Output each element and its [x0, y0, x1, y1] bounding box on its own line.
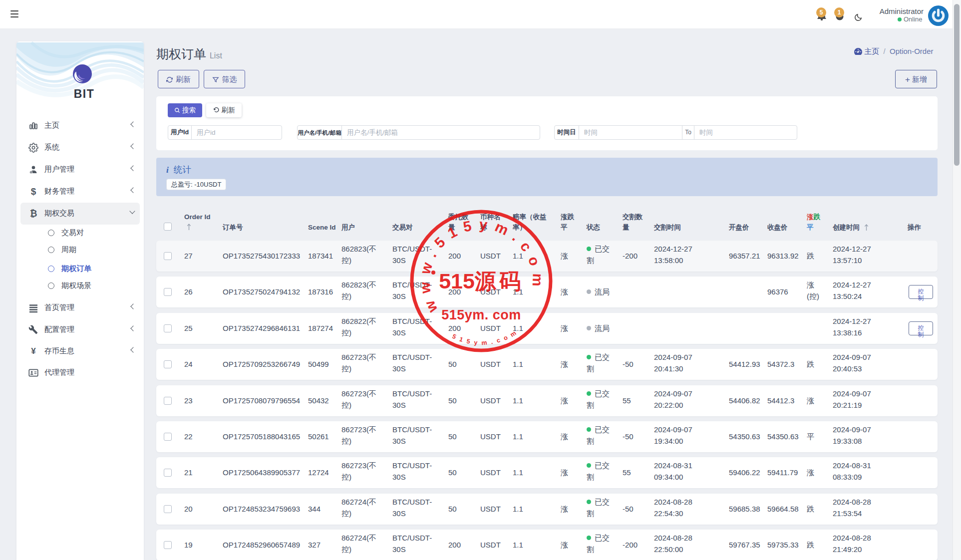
svg-text:515源码: 515源码: [439, 269, 524, 293]
svg-text:www.515ym.com: www.515ym.com: [416, 216, 546, 315]
svg-text:515ym. com: 515ym. com: [441, 307, 521, 322]
